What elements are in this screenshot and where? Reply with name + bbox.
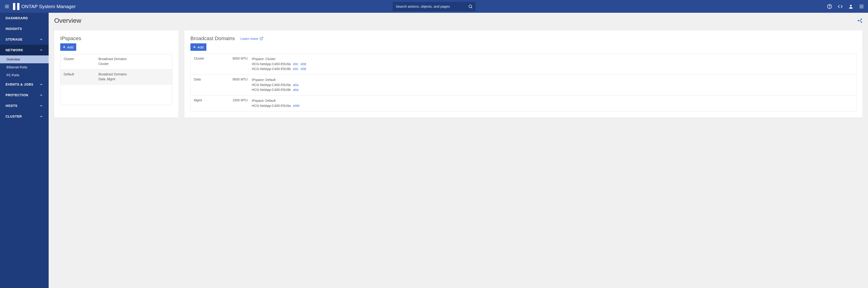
- sidebar-item-label: Cluster: [5, 115, 22, 118]
- sidebar-item-insights[interactable]: Insights: [0, 23, 49, 34]
- svg-rect-10: [863, 5, 863, 5]
- svg-rect-17: [858, 20, 859, 21]
- sidebar-item-label: Insights: [5, 27, 22, 31]
- broadcast-mtu: 9000 MTU: [231, 57, 252, 71]
- page-title: Overview: [54, 17, 81, 24]
- broadcast-ipspace: IPspace: Default: [252, 78, 853, 83]
- page-header: Overview: [54, 13, 863, 30]
- port-link[interactable]: e0M: [293, 104, 299, 108]
- port-link[interactable]: a0a: [293, 83, 298, 87]
- broadcast-name: Data: [194, 78, 231, 92]
- broadcast-details: IPspace: DefaultHCG-NetApp-C400-E9U9aa0a…: [252, 78, 853, 92]
- sidebar-item-label: Events & Jobs: [5, 83, 33, 86]
- ipspaces-row[interactable]: DefaultBroadcast DomainsData ,Mgmt: [60, 69, 172, 85]
- sidebar-item-network[interactable]: Network: [0, 45, 49, 55]
- svg-rect-9: [861, 5, 862, 5]
- topbar-actions: [826, 3, 866, 10]
- svg-rect-12: [861, 6, 862, 7]
- broadcast-mtu: 1500 MTU: [231, 98, 252, 108]
- sidebar-item-label: Protection: [5, 93, 28, 97]
- sidebar-item-storage[interactable]: Storage: [0, 34, 49, 45]
- external-link-icon: [260, 37, 264, 40]
- ipspaces-title: IPspaces: [60, 35, 81, 41]
- topology-button[interactable]: [857, 18, 863, 23]
- plus-icon: [192, 45, 196, 49]
- broadcast-mtu: 9000 MTU: [231, 78, 252, 92]
- hamburger-icon: [4, 4, 9, 9]
- port-link[interactable]: e0d: [301, 67, 306, 71]
- broadcast-add-label: Add: [197, 45, 204, 49]
- broadcast-table: Cluster9000 MTUIPspace: ClusterHCG-NetAp…: [190, 54, 857, 112]
- broadcast-details: IPspace: ClusterHCG-NetApp-C400-E9U9ae0c…: [252, 57, 853, 71]
- search-button[interactable]: [465, 2, 475, 11]
- sidebar-item-cluster[interactable]: Cluster: [0, 111, 49, 122]
- sidebar-subitem-label: FC Ports: [6, 73, 19, 77]
- search-box: [393, 2, 475, 11]
- ipspaces-table: ClusterBroadcast DomainsClusterDefaultBr…: [60, 54, 172, 105]
- port-link[interactable]: e0d: [301, 62, 306, 66]
- brand-logo-icon: [13, 3, 20, 10]
- svg-rect-16: [863, 7, 863, 8]
- sidebar-item-dashboard[interactable]: Dashboard: [0, 13, 49, 23]
- broadcast-node: HCG-NetApp-C400-E9U9a: [252, 83, 291, 87]
- broadcast-learn-more-link[interactable]: Learn more: [241, 37, 264, 40]
- broadcast-title: Broadcast Domains: [190, 35, 235, 41]
- svg-rect-13: [863, 6, 863, 7]
- svg-rect-8: [860, 5, 861, 5]
- broadcast-row[interactable]: Cluster9000 MTUIPspace: ClusterHCG-NetAp…: [191, 54, 856, 75]
- sidebar-item-hosts[interactable]: Hosts: [0, 100, 49, 111]
- help-button[interactable]: [826, 3, 833, 10]
- ipspace-desc: Broadcast DomainsCluster: [98, 57, 169, 66]
- sidebar-subitem-fc-ports[interactable]: FC Ports: [0, 71, 49, 79]
- ipspaces-card: IPspaces Add ClusterBroadcast DomainsClu…: [54, 30, 178, 118]
- sidebar-item-label: Network: [5, 48, 23, 52]
- sidebar-subitem-ethernet-ports[interactable]: Ethernet Ports: [0, 63, 49, 71]
- api-button[interactable]: [837, 3, 843, 10]
- svg-point-7: [850, 5, 851, 6]
- sidebar-item-events-jobs[interactable]: Events & Jobs: [0, 79, 49, 90]
- port-link[interactable]: e0c: [293, 67, 298, 71]
- svg-line-4: [471, 7, 472, 8]
- menu-toggle-button[interactable]: [2, 2, 11, 11]
- main-content: Overview IPspaces Add ClusterBroadcast D…: [49, 13, 868, 288]
- brand: ONTAP System Manager: [13, 3, 76, 10]
- sidebar-subitem-overview[interactable]: Overview: [0, 55, 49, 63]
- broadcast-node: HCG-NetApp-C400-E9U9a: [252, 62, 291, 66]
- broadcast-details: IPspace: DefaultHCG-NetApp-C400-E9U9ae0M: [252, 98, 853, 108]
- svg-rect-15: [861, 7, 862, 8]
- topbar: ONTAP System Manager: [0, 0, 868, 13]
- ipspaces-row[interactable]: ClusterBroadcast DomainsCluster: [60, 54, 172, 69]
- chevron-down-icon: [39, 104, 43, 108]
- svg-line-22: [261, 37, 263, 39]
- port-link[interactable]: e0c: [293, 62, 298, 66]
- broadcast-name: Cluster: [194, 57, 231, 71]
- ipspaces-add-label: Add: [67, 45, 73, 49]
- plus-icon: [62, 45, 66, 49]
- brand-title: ONTAP System Manager: [21, 4, 76, 9]
- broadcast-row[interactable]: Data9000 MTUIPspace: DefaultHCG-NetApp-C…: [191, 75, 856, 95]
- search-input[interactable]: [393, 4, 465, 8]
- user-button[interactable]: [848, 3, 854, 10]
- topology-icon: [857, 18, 863, 23]
- sidebar-subitem-label: Overview: [6, 58, 20, 61]
- apps-grid-icon: [859, 4, 864, 9]
- broadcast-ipspace: IPspace: Default: [252, 98, 853, 104]
- chevron-down-icon: [39, 93, 43, 97]
- svg-rect-11: [860, 6, 861, 7]
- sidebar-item-protection[interactable]: Protection: [0, 90, 49, 100]
- broadcast-row[interactable]: Mgmt1500 MTUIPspace: DefaultHCG-NetApp-C…: [191, 95, 856, 111]
- broadcast-node: HCG-NetApp-C400-E9U9b: [252, 88, 291, 92]
- chevron-up-icon: [39, 48, 43, 52]
- broadcast-domains-card: Broadcast Domains Learn more Add Cluster…: [184, 30, 863, 118]
- port-link[interactable]: a0a: [293, 88, 298, 92]
- sidebar-subitem-label: Ethernet Ports: [6, 65, 27, 69]
- user-icon: [848, 4, 854, 9]
- chevron-down-icon: [39, 115, 43, 118]
- sidebar-item-label: Storage: [5, 37, 23, 41]
- apps-button[interactable]: [858, 3, 865, 10]
- ipspaces-add-button[interactable]: Add: [60, 44, 76, 51]
- broadcast-add-button[interactable]: Add: [190, 44, 207, 51]
- sidebar: DashboardInsightsStorageNetworkOverviewE…: [0, 13, 49, 288]
- sidebar-item-label: Dashboard: [5, 16, 28, 20]
- ipspace-desc: Broadcast DomainsData ,Mgmt: [98, 72, 169, 82]
